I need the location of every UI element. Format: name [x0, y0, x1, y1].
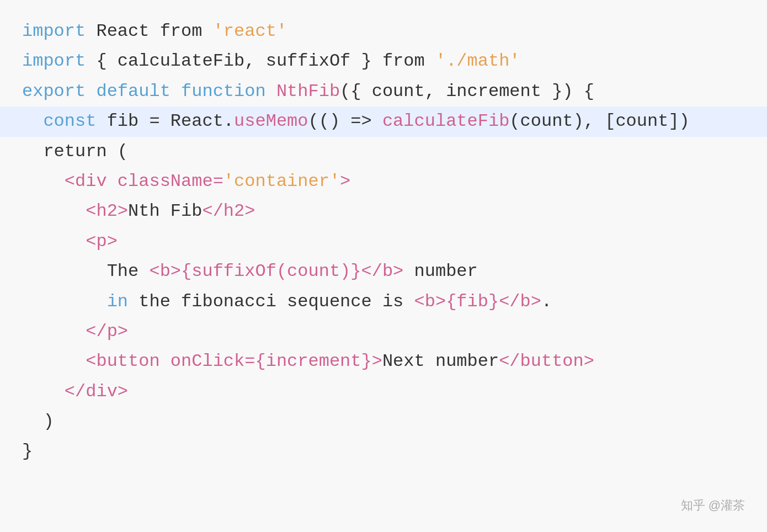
- token-keyword: export: [22, 81, 86, 102]
- code-line: import { calculateFib, suffixOf } from '…: [22, 46, 745, 76]
- token-jsx-tag: >: [372, 351, 382, 371]
- token-normal: from: [160, 21, 203, 41]
- token-normal: ): [22, 411, 54, 432]
- token-function-name: calculateFib: [382, 111, 509, 131]
- token-normal: .: [541, 291, 552, 312]
- token-function-name: {increment}: [255, 351, 371, 371]
- token-normal: [22, 231, 86, 252]
- token-keyword: function: [181, 81, 266, 102]
- code-line: </div>: [22, 377, 745, 407]
- token-function-name: NthFib: [276, 81, 340, 102]
- token-jsx-attr: onClick=: [171, 351, 255, 371]
- token-keyword: const: [43, 111, 96, 131]
- code-line: <p>: [22, 227, 745, 257]
- code-line: <h2>Nth Fib</h2>: [22, 196, 745, 226]
- token-normal: return (: [22, 141, 128, 162]
- token-normal: [266, 81, 276, 102]
- token-normal: (() =>: [308, 111, 382, 131]
- token-jsx-tag: <p>: [86, 231, 118, 252]
- token-jsx-tag: <b>: [414, 291, 446, 312]
- token-keyword: default: [96, 81, 170, 102]
- token-normal: The: [22, 261, 149, 281]
- token-normal: [22, 171, 65, 191]
- token-jsx-tag: </h2>: [202, 201, 255, 221]
- code-line: ): [22, 407, 745, 437]
- token-normal: [425, 51, 435, 71]
- code-line: in the fibonacci sequence is <b>{fib}</b…: [22, 287, 745, 317]
- code-line: The <b>{suffixOf(count)}</b> number: [22, 257, 745, 286]
- token-normal: Next number: [382, 351, 499, 371]
- token-function-name: useMemo: [234, 111, 308, 131]
- token-normal: React: [86, 21, 159, 41]
- token-jsx-tag: >: [340, 171, 350, 191]
- token-normal: (count), [count]): [509, 111, 689, 131]
- token-normal: [107, 171, 118, 191]
- code-line: const fib = React.useMemo(() => calculat…: [0, 107, 767, 136]
- token-normal: [86, 81, 96, 102]
- token-jsx-tag: </b>: [499, 291, 541, 312]
- code-line: import React from 'react': [22, 17, 745, 46]
- token-jsx-tag: </button>: [499, 351, 594, 371]
- token-normal: number: [403, 261, 477, 281]
- token-normal: [22, 381, 65, 402]
- token-function-name: {suffixOf(count)}: [181, 261, 361, 281]
- token-normal: }: [22, 441, 33, 461]
- token-jsx-attr: className=: [118, 171, 223, 191]
- token-normal: fib = React.: [96, 111, 234, 131]
- token-normal: ({ count, increment }) {: [340, 81, 594, 102]
- token-normal: [202, 21, 212, 41]
- code-line: export default function NthFib({ count, …: [22, 77, 745, 107]
- code-line: <div className='container'>: [22, 167, 745, 196]
- token-string: './math': [435, 51, 520, 71]
- token-normal: [22, 291, 107, 312]
- token-normal: [22, 321, 86, 342]
- code-line: </p>: [22, 317, 745, 347]
- watermark: 知乎 @灌茶: [681, 495, 745, 515]
- token-keyword: import: [22, 21, 86, 41]
- token-jsx-tag: </b>: [361, 261, 404, 281]
- token-normal: [22, 111, 43, 131]
- token-keyword: import: [22, 51, 86, 71]
- token-normal: from: [382, 51, 425, 71]
- code-line: return (: [22, 137, 745, 167]
- token-jsx-tag: <b>: [149, 261, 181, 281]
- token-normal: [160, 351, 171, 371]
- token-jsx-tag: <h2>: [86, 201, 128, 221]
- token-normal: [171, 81, 181, 102]
- code-line: }: [22, 437, 745, 466]
- token-jsx-tag: </div>: [65, 381, 128, 402]
- token-jsx-tag: </p>: [86, 321, 128, 342]
- token-normal: { calculateFib, suffixOf }: [86, 51, 382, 71]
- token-normal: [22, 201, 86, 221]
- token-normal: [22, 351, 86, 371]
- token-string: 'container': [223, 171, 340, 191]
- token-function-name: {fib}: [446, 291, 499, 312]
- token-jsx-tag: <div: [65, 171, 107, 191]
- token-jsx-tag: <button: [86, 351, 159, 371]
- token-string: 'react': [213, 21, 287, 41]
- token-keyword: in: [107, 291, 128, 312]
- token-normal: the fibonacci sequence is: [128, 291, 414, 312]
- token-normal: Nth Fib: [128, 201, 202, 221]
- code-container: import React from 'react'import { calcul…: [0, 0, 767, 532]
- code-line: <button onClick={increment}>Next number<…: [22, 347, 745, 376]
